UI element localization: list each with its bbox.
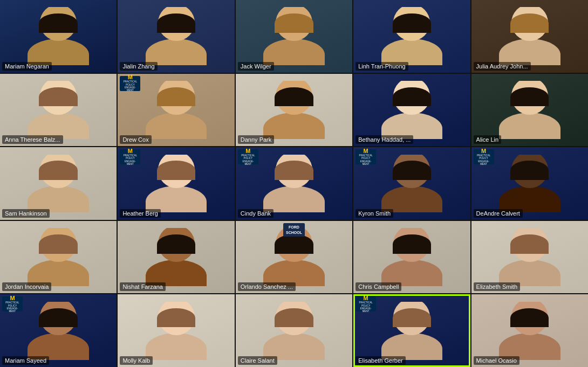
video-grid: Mariam NegaranJialin ZhangJack WilgerLin… — [0, 0, 588, 367]
participant-name: Claire Salant — [238, 356, 277, 365]
participant-name: Julia Audrey John... — [474, 62, 531, 71]
tile-drew-cox: MPRACTICALPOLICYENGAGE-MENTDrew Cox — [118, 74, 234, 147]
ford-school-badge: FORDSCHOOL — [283, 223, 305, 237]
tile-heather-berg: MPRACTICALPOLICYENGAGE-MENTHeather Berg — [118, 147, 234, 220]
participant-name: Jack Wilger — [238, 62, 274, 71]
tile-chris-campbell: Chris Campbell — [353, 221, 470, 294]
tile-orlando-sanchez----: FORDSCHOOLOrlando Sanchez ... — [236, 221, 352, 294]
tile-jordan-incorvaia: Jordan Incorvaia — [0, 221, 117, 294]
participant-name: Mariam Negaran — [2, 62, 52, 71]
tile-elisabeth-gerber: MPRACTICALPOLICYENGAGE-MENTElisabeth Ger… — [353, 294, 470, 367]
ppe-badge: MPRACTICALPOLICYENGAGE-MENT — [474, 149, 494, 164]
ppe-badge: MPRACTICALPOLICYENGAGE-MENT — [120, 149, 140, 164]
participant-name: Sam Hankinson — [2, 209, 50, 218]
participant-name: Bethany Haddad, ... — [355, 135, 413, 144]
tile-anna-therese-balz---: Anna Therese Balz... — [0, 74, 117, 147]
participant-name: DeAndre Calvert — [474, 209, 523, 218]
participant-name: Drew Cox — [120, 135, 151, 144]
ppe-badge: MPRACTICALPOLICYENGAGE-MENT — [120, 76, 140, 91]
participant-name: Kyron Smith — [355, 209, 393, 218]
tile-molly-kalb: Molly Kalb — [118, 294, 234, 367]
participant-name: Cindy Bank — [238, 209, 274, 218]
tile-jack-wilger: Jack Wilger — [236, 0, 352, 73]
tile-sam-hankinson: Sam Hankinson — [0, 147, 117, 220]
tile-mariam-negaran: Mariam Negaran — [0, 0, 117, 73]
participant-name: Nishat Farzana — [120, 282, 166, 291]
participant-name: Elizabeth Smith — [474, 282, 520, 291]
tile-nishat-farzana: Nishat Farzana — [118, 221, 234, 294]
ppe-badge: MPRACTICALPOLICYENGAGE-MENT — [355, 296, 376, 311]
participant-name: Linh Tran-Phuong — [355, 62, 408, 71]
participant-name: Elisabeth Gerber — [355, 356, 406, 365]
tile-julia-audrey-john---: Julia Audrey John... — [471, 0, 588, 73]
tile-cindy-bank: MPRACTICALPOLICYENGAGE-MENTCindy Bank — [236, 147, 352, 220]
ppe-badge: MPRACTICALPOLICYENGAGE-MENT — [2, 296, 23, 311]
tile-linh-tran-phuong: Linh Tran-Phuong — [353, 0, 470, 73]
participant-name: Jordan Incorvaia — [2, 282, 51, 291]
tile-deandre-calvert: MPRACTICALPOLICYENGAGE-MENTDeAndre Calve… — [471, 147, 588, 220]
participant-name: Heather Berg — [120, 209, 160, 218]
tile-claire-salant: Claire Salant — [236, 294, 352, 367]
participant-name: Chris Campbell — [355, 282, 401, 291]
tile-elizabeth-smith: Elizabeth Smith — [471, 221, 588, 294]
participant-name: Mariam Sayeed — [2, 356, 49, 365]
participant-name: Danny Park — [238, 135, 274, 144]
ppe-badge: MPRACTICALPOLICYENGAGE-MENT — [355, 149, 376, 164]
ppe-badge: MPRACTICALPOLICYENGAGE-MENT — [238, 149, 258, 164]
tile-michael-ocasio: Michael Ocasio — [471, 294, 588, 367]
participant-name: Michael Ocasio — [474, 356, 519, 365]
participant-name: Jialin Zhang — [120, 62, 157, 71]
tile-bethany-haddad-----: Bethany Haddad, ... — [353, 74, 470, 147]
tile-jialin-zhang: Jialin Zhang — [118, 0, 234, 73]
tile-kyron-smith: MPRACTICALPOLICYENGAGE-MENTKyron Smith — [353, 147, 470, 220]
participant-name: Alice Lin — [474, 135, 502, 144]
participant-name: Orlando Sanchez ... — [238, 282, 296, 291]
tile-alice-lin: Alice Lin — [471, 74, 588, 147]
participant-name: Molly Kalb — [120, 356, 153, 365]
tile-mariam-sayeed: MPRACTICALPOLICYENGAGE-MENTMariam Sayeed — [0, 294, 117, 367]
tile-danny-park: Danny Park — [236, 74, 352, 147]
participant-name: Anna Therese Balz... — [2, 135, 63, 144]
